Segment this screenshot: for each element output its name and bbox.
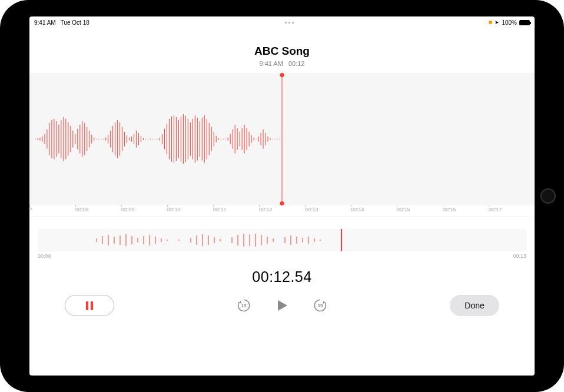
screen: 9:41 AM Tue Oct 18 ➤ 100% ABC Song 9:41 … [29, 16, 535, 376]
ruler-tick: 00:16 [443, 207, 489, 217]
mic-indicator-icon [489, 21, 492, 24]
playback-controls: 15 15 Done [29, 289, 535, 325]
overview-labels: 00:00 00:13 [38, 253, 526, 259]
skip-forward-15-button[interactable]: 15 [313, 298, 328, 313]
status-bar: 9:41 AM Tue Oct 18 ➤ 100% [29, 16, 535, 28]
recording-duration: 00:12 [288, 60, 305, 67]
waveform-overview[interactable] [38, 229, 526, 251]
waveform-main[interactable] [29, 73, 535, 205]
location-icon: ➤ [495, 19, 499, 25]
ruler-tick: 00:13 [305, 207, 351, 217]
skip-forward-icon: 15 [313, 298, 328, 313]
recording-title[interactable]: ABC Song [29, 45, 535, 58]
ruler-tick: 00:17 [489, 207, 535, 217]
overview-graphic [38, 229, 526, 251]
ruler-tick: 00:15 [397, 207, 443, 217]
status-time: 9:41 AM [34, 19, 56, 26]
status-date: Tue Oct 18 [61, 19, 89, 26]
overview-playhead[interactable] [341, 229, 342, 251]
svg-text:15: 15 [318, 303, 323, 308]
play-button[interactable] [275, 298, 289, 313]
done-button[interactable]: Done [450, 295, 499, 316]
ipad-frame: 9:41 AM Tue Oct 18 ➤ 100% ABC Song 9:41 … [0, 0, 564, 392]
pause-button[interactable] [65, 295, 114, 316]
home-button[interactable] [540, 188, 556, 204]
recording-header: ABC Song 9:41 AM 00:12 [29, 28, 535, 73]
ruler-tick: 00:10 [167, 207, 213, 217]
battery-percentage: 100% [502, 19, 517, 26]
time-ruler: 700:0800:0900:1000:1100:1200:1300:1400:1… [29, 205, 535, 217]
overview-start-label: 00:00 [38, 253, 51, 259]
battery-icon [519, 20, 530, 25]
ruler-tick: 00:09 [121, 207, 167, 217]
skip-back-15-button[interactable]: 15 [236, 298, 251, 313]
recording-timestamp: 9:41 AM [260, 60, 283, 67]
play-icon [275, 298, 289, 313]
ruler-tick: 00:11 [213, 207, 259, 217]
pause-icon [86, 301, 93, 310]
ruler-tick: 00:14 [351, 207, 397, 217]
multitask-dots[interactable] [89, 22, 489, 24]
skip-back-icon: 15 [236, 298, 251, 313]
recording-meta: 9:41 AM 00:12 [29, 60, 535, 67]
ruler-tick: 00:08 [75, 207, 121, 217]
playhead[interactable] [282, 75, 283, 203]
time-counter: 00:12.54 [29, 268, 535, 285]
svg-text:15: 15 [241, 303, 247, 308]
overview-end-label: 00:13 [513, 253, 526, 259]
ruler-tick: 00:12 [259, 207, 305, 217]
ruler-tick: 7 [29, 207, 75, 217]
